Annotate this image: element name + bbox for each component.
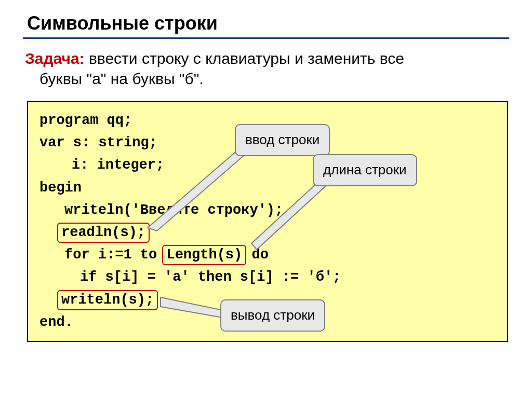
- task-line1: ввести строку с клавиатуры и заменить вс…: [85, 50, 404, 67]
- task-line2: буквы "а" на буквы "б".: [25, 68, 509, 89]
- code-block: program qq; var s: string; i: integer; b…: [27, 101, 508, 342]
- code-l7a: for i:=1 to: [64, 247, 165, 263]
- writeln-highlight: writeln(s);: [57, 290, 158, 310]
- page-title: Символьные строки: [23, 12, 509, 34]
- callout-length: длина строки: [313, 154, 417, 186]
- callout-input: ввод строки: [235, 124, 330, 156]
- callout-output: вывод строки: [220, 299, 325, 332]
- svg-marker-2: [161, 297, 225, 318]
- readln-highlight: readln(s);: [57, 223, 150, 243]
- svg-marker-0: [148, 143, 251, 231]
- length-highlight: Length(s): [162, 245, 246, 265]
- code-l8: if s[i] = 'а' then s[i] := 'б';: [39, 266, 496, 289]
- task-label: Задача:: [25, 50, 85, 67]
- title-rule: [23, 37, 509, 39]
- task-text: Задача: ввести строку с клавиатуры и зам…: [23, 48, 509, 89]
